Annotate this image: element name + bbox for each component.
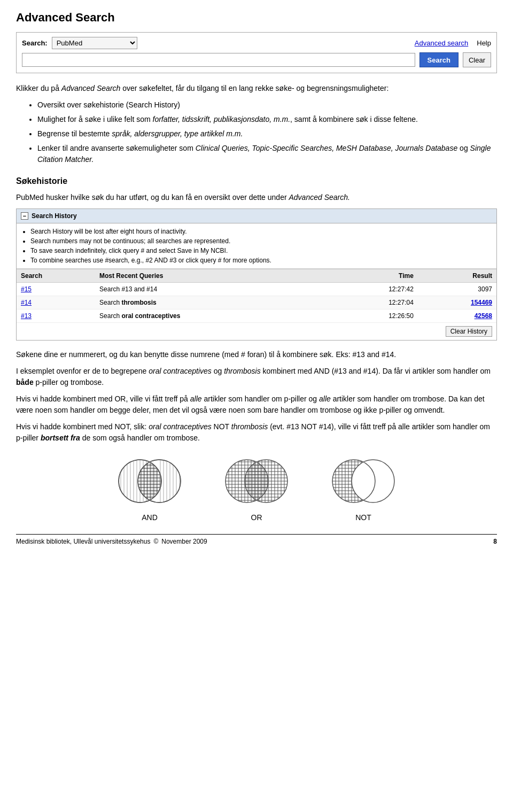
- sh-col-time: Time: [330, 269, 418, 283]
- venn-and-label: AND: [142, 512, 158, 523]
- bullet-list: Oversikt over søkehistorie (Search Histo…: [37, 99, 497, 165]
- sh-collapse-button[interactable]: −: [21, 212, 28, 220]
- table-row: #13 Search oral contraceptives 12:26:50 …: [17, 310, 496, 323]
- search-history-table: Search Most Recent Queries Time Result #…: [17, 269, 496, 323]
- sh-header: − Search History: [17, 209, 496, 223]
- sh-info: Search History will be lost after eight …: [17, 223, 496, 269]
- sh-header-label: Search History: [32, 211, 77, 221]
- footer: Medisinsk bibliotek, Ullevål universitet…: [16, 534, 497, 545]
- sh-info-item: To combine searches use #search, e.g., #…: [30, 256, 492, 265]
- venn-not-svg: [326, 454, 401, 508]
- footer-left: Medisinsk bibliotek, Ullevål universitet…: [16, 538, 207, 545]
- sh-query-text: Search #13 and #14: [95, 283, 330, 296]
- footer-date: November 2009: [161, 538, 207, 545]
- sh-col-result: Result: [418, 269, 496, 283]
- advanced-search-italic: Advanced Search: [61, 84, 121, 92]
- venn-and: AND: [112, 454, 187, 523]
- page-title: Advanced Search: [16, 11, 497, 25]
- list-item: Oversikt over søkehistorie (Search Histo…: [37, 99, 497, 111]
- venn-and-svg: [112, 454, 187, 508]
- sh-info-item: To save search indefinitely, click query…: [30, 246, 492, 256]
- table-row: #15 Search #13 and #14 12:27:42 3097: [17, 283, 496, 296]
- list-item: Begrense til bestemte språk, aldersgrupp…: [37, 128, 497, 140]
- sh-result[interactable]: 154469: [418, 296, 496, 310]
- sh-col-queries: Most Recent Queries: [95, 269, 330, 283]
- venn-not: NOT: [326, 454, 401, 523]
- sh-col-search: Search: [17, 269, 95, 283]
- numbers-para4: Hvis vi hadde kombinert med NOT, slik: o…: [16, 421, 497, 444]
- search-box-container: Search: PubMed Advanced search Help Sear…: [16, 32, 497, 73]
- venn-or-label: OR: [251, 512, 262, 523]
- advanced-search-link[interactable]: Advanced search: [415, 39, 468, 47]
- footer-page-number: 8: [493, 538, 497, 545]
- table-row: #14 Search thrombosis 12:27:04 154469: [17, 296, 496, 310]
- footer-copyright: ©: [153, 538, 158, 545]
- sh-search-num[interactable]: #15: [17, 283, 95, 296]
- clear-button[interactable]: Clear: [463, 52, 491, 67]
- venn-section: AND: [16, 454, 497, 523]
- sokehistorie-title: Søkehistorie: [16, 175, 497, 188]
- clear-history-button[interactable]: Clear History: [446, 326, 492, 337]
- sh-result[interactable]: 42568: [418, 310, 496, 323]
- sh-result: 3097: [418, 283, 496, 296]
- sh-query-text: Search oral contraceptives: [95, 310, 330, 323]
- search-button[interactable]: Search: [419, 52, 458, 67]
- sokehistorie-para: PubMed husker hvilke søk du har utført, …: [16, 192, 497, 203]
- list-item: Mulighet for å søke i ulike felt som for…: [37, 114, 497, 125]
- list-item: Lenker til andre avanserte søkemulighete…: [37, 143, 497, 165]
- sh-time: 12:27:42: [330, 283, 418, 296]
- numbers-para3: Hvis vi hadde kombinert med OR, ville vi…: [16, 393, 497, 416]
- intro-paragraph: Klikker du på Advanced Search over søkef…: [16, 83, 497, 94]
- sh-info-item: Search History will be lost after eight …: [30, 227, 492, 236]
- sh-search-num[interactable]: #14: [17, 296, 95, 310]
- help-link[interactable]: Help: [477, 39, 491, 47]
- venn-or: OR: [219, 454, 294, 523]
- sh-time: 12:26:50: [330, 310, 418, 323]
- venn-not-label: NOT: [355, 512, 371, 523]
- sh-query-text: Search thrombosis: [95, 296, 330, 310]
- search-input[interactable]: [22, 53, 415, 67]
- sh-search-num[interactable]: #13: [17, 310, 95, 323]
- numbers-para1: Søkene dine er nummerert, og du kan beny…: [16, 349, 497, 360]
- sh-footer: Clear History: [17, 323, 496, 340]
- search-label: Search:: [22, 39, 48, 47]
- venn-or-svg: [219, 454, 294, 508]
- database-select[interactable]: PubMed: [52, 37, 137, 49]
- numbers-para2: I eksemplet ovenfor er de to begrepene o…: [16, 366, 497, 388]
- sh-time: 12:27:04: [330, 296, 418, 310]
- main-content: Klikker du på Advanced Search over søkef…: [16, 83, 497, 523]
- sh-info-item: Search numbers may not be continuous; al…: [30, 236, 492, 246]
- footer-institution: Medisinsk bibliotek, Ullevål universitet…: [16, 538, 150, 545]
- search-history-box: − Search History Search History will be …: [16, 208, 497, 341]
